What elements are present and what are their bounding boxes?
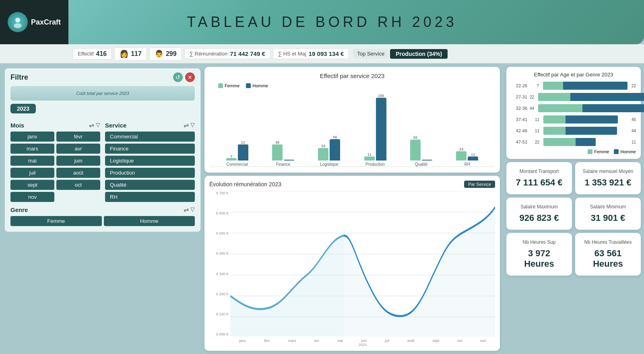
month-sept[interactable]: sept (10, 180, 54, 190)
evol-yaxis: 6 700 K 6 600 K 6 500 K 6 400 K 6 300 K … (209, 191, 230, 336)
mois-icons: ⇌ ▽ (89, 121, 100, 129)
svg-point-0 (15, 18, 20, 23)
salaire-max-value: 926 823 € (520, 213, 559, 223)
salaire-min-label: Salaire Minimum (590, 204, 626, 210)
bar-commercial-m (238, 144, 248, 161)
topbar: Effectif 416 👩 117 👨 299 ∑ Rémunération … (0, 44, 644, 64)
filter-refresh-button[interactable]: ↺ (173, 72, 183, 82)
month-juil[interactable]: juil (10, 168, 54, 178)
filter-panel: Filtre ↺ ✕ Coût total par service 2023 2… (4, 68, 201, 233)
bar-xlabel-qualite: Qualité (415, 162, 428, 167)
mois-filter-icon1[interactable]: ⇌ (89, 121, 94, 129)
x-label-juil: juil (385, 339, 389, 343)
stat-heures-sup: Nb Heures Sup 3 972 Heures (506, 233, 572, 276)
legend-male: Homme (246, 83, 268, 88)
month-aout[interactable]: août (56, 168, 100, 178)
service-commercial[interactable]: Commercial (105, 132, 195, 142)
heures-sup-value: 3 972 Heures (513, 248, 566, 269)
bar-group-finance: 38 0 Finance (272, 92, 294, 167)
age-male-val-42-46: 44 (632, 129, 636, 133)
age-female-bar-22-26 (543, 82, 563, 90)
stat-row-3: Nb Heures Sup 3 972 Heures Nb Heures Tra… (506, 233, 641, 276)
stat-heures-travail: Nb Heures Travaillées 63 561 Heures (575, 233, 641, 276)
bar-group-rh: 24 11 RH (456, 92, 478, 167)
bar-finance-f (272, 144, 283, 161)
mois-header: Mois ⇌ ▽ (10, 121, 100, 129)
age-bars-42-46 (543, 127, 627, 135)
mois-filter-icon2[interactable]: ▽ (96, 121, 100, 129)
logo-text: PaxCraft (31, 18, 61, 27)
age-male-bar-27-31 (570, 93, 644, 101)
x-label-aout: août (407, 339, 415, 343)
bar-production-f (364, 156, 375, 161)
age-female-bar-37-41 (543, 115, 566, 123)
month-juin[interactable]: juin (56, 156, 100, 166)
bar-logistique-m (330, 139, 340, 161)
service-filter-icon1[interactable]: ⇌ (184, 121, 189, 129)
salaire-min-value: 31 901 € (591, 213, 625, 223)
month-janv[interactable]: janv (10, 132, 54, 142)
effectif-chart-title: Effectif par service 2023 (210, 72, 494, 79)
month-oct[interactable]: oct (56, 180, 100, 190)
female-count: 117 (131, 50, 142, 58)
stat-salaire-max: Salaire Maximum 926 823 € (506, 198, 572, 230)
service-rh[interactable]: RH (105, 192, 195, 202)
service-logistique[interactable]: Logistique (105, 156, 195, 166)
service-finance[interactable]: Finance (105, 144, 195, 154)
genre-section: Genre ⇌ ▽ Femme Homme (10, 206, 195, 226)
month-nov[interactable]: nov (10, 192, 54, 202)
genre-homme[interactable]: Homme (104, 216, 195, 226)
legend-male-dot (246, 83, 251, 88)
month-avr[interactable]: avr (56, 144, 100, 154)
genre-filter-icon1[interactable]: ⇌ (184, 206, 189, 214)
bar-production-m (376, 98, 386, 161)
male-count: 299 (166, 50, 177, 58)
genre-filter-icon2[interactable]: ▽ (190, 206, 195, 214)
age-legend-female: Femme (588, 149, 609, 154)
y-label-1: 6 700 K (216, 191, 229, 195)
stat-row-1: Montant Transport 7 111 654 € Salaire me… (506, 162, 641, 194)
stat-row-2: Salaire Maximum 926 823 € Salaire Minimu… (506, 198, 641, 230)
middle-charts: Effectif par service 2023 Femme Homme (201, 64, 503, 354)
filter-title: Filtre (10, 73, 28, 82)
bar-chart-area: 1 12 Commercial (210, 91, 494, 167)
service-production[interactable]: Production (105, 168, 195, 178)
month-fevr[interactable]: févr (56, 132, 100, 142)
y-label-8: 6 000 K (216, 332, 229, 336)
y-label-4: 6 400 K (216, 251, 229, 255)
age-row-27-31: 27-31 22 89 (511, 93, 636, 101)
bar-group-production: 11 165 Production (364, 92, 386, 167)
bar-xlabel-commercial: Commercial (226, 162, 248, 167)
transport-label: Montant Transport (520, 169, 559, 174)
effectif-chart-card: Effectif par service 2023 Femme Homme (204, 67, 500, 173)
remuneration-label: ∑ Rémunération (190, 51, 228, 57)
par-service-button[interactable]: Par Service (464, 181, 495, 188)
evol-chart-area: 6 700 K 6 600 K 6 500 K 6 400 K 6 300 K … (209, 191, 495, 336)
age-bars-22-26 (543, 82, 627, 90)
age-female-val-47-51: 22 (530, 140, 539, 144)
age-male-bar-42-46 (566, 127, 617, 135)
age-female-bar-42-46 (543, 127, 566, 135)
service-qualite[interactable]: Qualité (105, 180, 195, 190)
genre-femme[interactable]: Femme (10, 216, 102, 226)
page-title: TABLEAU DE BORD RH 2023 (187, 14, 457, 31)
month-mars[interactable]: mars (10, 144, 54, 154)
y-label-5: 6 300 K (216, 272, 229, 276)
age-row-32-36: 32-36 44 88 (511, 104, 636, 112)
heures-travail-value: 63 561 Heures (582, 248, 634, 269)
age-chart-rows: 22-26 7 22 27-31 22 (511, 82, 636, 146)
age-male-bar-47-51 (576, 138, 596, 146)
legend-female-dot (218, 83, 223, 88)
filter-close-button[interactable]: ✕ (185, 72, 195, 82)
mois-label: Mois (10, 122, 24, 129)
genre-icons: ⇌ ▽ (184, 206, 195, 214)
bar-rh-m (468, 156, 478, 161)
cost-chart-title: Coût total par service 2023 (76, 91, 129, 96)
age-female-bar-32-36 (538, 104, 582, 112)
service-filter-icon2[interactable]: ▽ (190, 121, 195, 129)
y-label-7: 6 100 K (216, 312, 229, 316)
month-mai[interactable]: mai (10, 156, 54, 166)
service-section: Service ⇌ ▽ Commercial Finance Logistiqu… (105, 121, 195, 202)
x-label-sept: sept (432, 339, 439, 343)
year-button[interactable]: 2023 (10, 104, 36, 113)
